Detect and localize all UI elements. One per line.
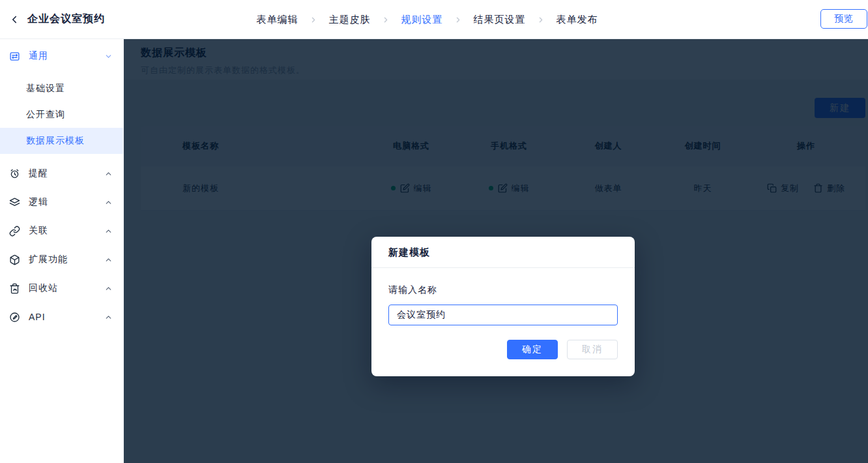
- breadcrumb: 表单编辑 主题皮肤 规则设置 结果页设置 表单发布: [257, 0, 598, 39]
- sidebar-item-label: 数据展示模板: [26, 135, 85, 147]
- sidebar-item-label: 公开查询: [26, 109, 65, 121]
- chevron-right-icon: [537, 16, 545, 24]
- alarm-icon: [9, 168, 20, 179]
- sidebar: 通用 基础设置 公开查询 数据展示模板 提醒 逻辑: [0, 39, 124, 463]
- pen-circle-icon: [9, 312, 20, 323]
- step-theme-skin[interactable]: 主题皮肤: [329, 14, 371, 26]
- chevron-up-icon: [104, 227, 113, 235]
- layers-icon: [9, 197, 20, 208]
- back-button[interactable]: [7, 12, 22, 27]
- cube-icon: [9, 254, 20, 265]
- sidebar-group-label: 回收站: [29, 282, 58, 294]
- modal-footer: 确定 取消: [371, 325, 635, 376]
- sidebar-group-logic[interactable]: 逻辑: [0, 188, 123, 217]
- sidebar-item-data-display-template[interactable]: 数据展示模板: [0, 128, 123, 154]
- confirm-button[interactable]: 确定: [507, 340, 558, 359]
- chevron-up-icon: [104, 170, 113, 178]
- sidebar-item-basic-settings[interactable]: 基础设置: [0, 76, 123, 102]
- sidebar-group-general[interactable]: 通用: [0, 43, 123, 69]
- chevron-left-icon: [8, 14, 20, 25]
- step-rule-settings[interactable]: 规则设置: [401, 14, 443, 26]
- sidebar-group-reminder[interactable]: 提醒: [0, 159, 123, 188]
- new-template-modal: 新建模板 请输入名称 确定 取消: [371, 237, 635, 376]
- sidebar-group-label: 通用: [29, 50, 48, 62]
- sidebar-item-label: 基础设置: [26, 83, 65, 95]
- step-result-page[interactable]: 结果页设置: [474, 14, 526, 26]
- chevron-right-icon: [454, 16, 463, 24]
- sidebar-general-children: 基础设置 公开查询 数据展示模板: [0, 76, 123, 154]
- chevron-up-icon: [104, 198, 113, 207]
- sidebar-group-relation[interactable]: 关联: [0, 217, 123, 245]
- trash-icon: [9, 283, 20, 294]
- sidebar-group-label: 逻辑: [29, 196, 48, 208]
- sidebar-group-recycle-bin[interactable]: 回收站: [0, 274, 123, 303]
- sidebar-group-label: 扩展功能: [29, 254, 68, 265]
- chevron-up-icon: [104, 256, 113, 264]
- chevron-up-icon: [104, 313, 113, 321]
- sidebar-item-public-query[interactable]: 公开查询: [0, 102, 123, 128]
- step-form-publish[interactable]: 表单发布: [557, 14, 598, 26]
- sidebar-group-extensions[interactable]: 扩展功能: [0, 245, 123, 274]
- chevron-right-icon: [382, 16, 390, 24]
- sidebar-group-label: 关联: [29, 225, 48, 237]
- link-icon: [9, 226, 20, 237]
- sidebar-group-label: API: [29, 312, 46, 322]
- modal-title: 新建模板: [371, 237, 635, 268]
- sidebar-group-label: 提醒: [29, 168, 48, 179]
- app-title: 企业会议室预约: [27, 12, 105, 26]
- sidebar-group-api[interactable]: API: [0, 303, 123, 331]
- modal-body: 请输入名称: [371, 268, 635, 325]
- header-left: 企业会议室预约: [0, 12, 105, 27]
- chevron-up-icon: [104, 284, 113, 293]
- top-header: 企业会议室预约 表单编辑 主题皮肤 规则设置 结果页设置 表单发布 预览: [0, 0, 868, 39]
- name-field-label: 请输入名称: [388, 284, 618, 296]
- name-input[interactable]: [388, 305, 618, 325]
- cancel-button[interactable]: 取消: [567, 340, 618, 359]
- chevron-down-icon: [104, 52, 113, 61]
- chevron-right-icon: [310, 16, 318, 24]
- preview-button[interactable]: 预览: [820, 9, 867, 29]
- settings-card-icon: [9, 51, 20, 62]
- step-form-edit[interactable]: 表单编辑: [257, 14, 298, 26]
